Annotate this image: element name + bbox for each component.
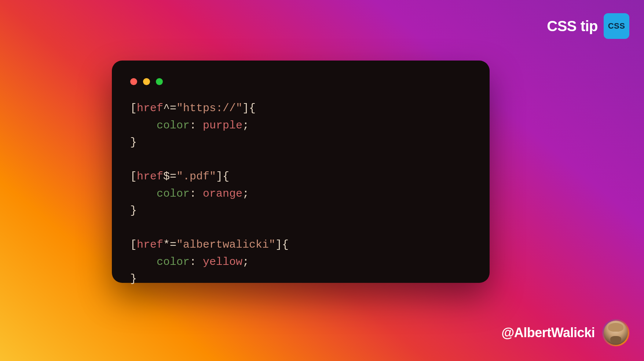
code-token: } [130,204,137,217]
code-token: ^= [163,102,176,114]
author-handle: @AlbertWalicki [501,319,629,346]
code-token: : [190,187,203,200]
code-token: [ [130,238,137,251]
code-token: *= [163,238,176,251]
code-token: ]{ [216,170,229,183]
code-token: : [190,256,203,268]
css-badge-icon: CSS [604,13,629,39]
code-token: href [137,238,163,251]
code-token: color [157,187,190,200]
code-window: [href^="https://"]{ color: purple; } [hr… [112,61,490,283]
code-token: [ [130,170,137,183]
code-token: } [130,136,137,149]
code-token: "https://" [176,102,242,114]
code-token: ; [242,256,249,268]
avatar [602,319,629,346]
code-token: purple [203,119,242,132]
code-token: : [190,119,203,132]
code-token: ; [242,119,249,132]
close-icon [130,78,137,85]
window-traffic-lights [130,78,471,85]
code-token: ; [242,187,249,200]
minimize-icon [143,78,150,85]
code-token: [ [130,102,137,114]
top-badge: CSS tip CSS [547,13,629,39]
code-token: } [130,273,137,285]
code-token: color [157,119,190,132]
code-token: ]{ [242,102,256,114]
code-token: "albertwalicki" [176,238,275,251]
code-block: [href^="https://"]{ color: purple; } [hr… [130,100,471,288]
avatar-image [604,321,628,345]
maximize-icon [156,78,163,85]
badge-text: CSS tip [547,18,598,34]
code-token: color [157,256,190,268]
handle-text: @AlbertWalicki [501,325,595,340]
code-token: href [137,170,163,183]
code-token: href [137,102,163,114]
code-token: $= [163,170,176,183]
code-token: ".pdf" [176,170,216,183]
code-token: orange [203,187,242,200]
code-token: ]{ [275,238,289,251]
code-token: yellow [203,256,242,268]
